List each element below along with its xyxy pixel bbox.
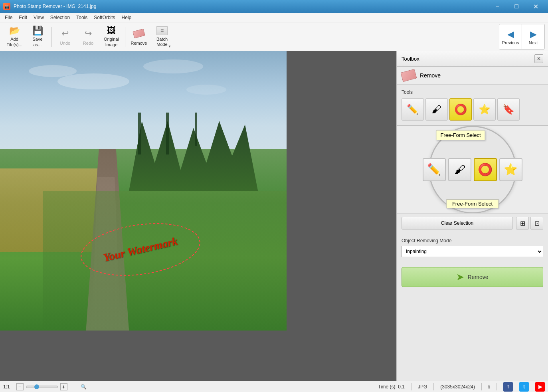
toolbox-title: Toolbox	[402, 56, 419, 62]
menu-selection[interactable]: Selection	[47, 13, 73, 22]
info-icon-area[interactable]: ℹ	[488, 384, 490, 390]
toolbar: 📂 AddFile(s)... 💾 Saveas... ↩ Undo ↪ Red…	[0, 22, 548, 51]
select-icon-2[interactable]: ⊡	[530, 217, 543, 230]
smart-brush-icon: 🖌	[432, 104, 441, 115]
next-button[interactable]: ▶ Next	[522, 24, 544, 49]
freeform-icon: ⭕	[454, 103, 467, 116]
menu-bar: File Edit View Selection Tools SoftOrbit…	[0, 13, 548, 22]
format-label: JPG	[418, 384, 427, 390]
tools-section: Tools ✏️ 🖌 ⭕ Free-Form Select	[397, 85, 548, 126]
landscape-image: Your Watermark	[0, 51, 287, 331]
add-files-button[interactable]: 📂 AddFile(s)...	[3, 24, 26, 49]
batch-mode-icon: ≡	[156, 26, 168, 36]
original-image-button[interactable]: 🖼 OriginalImage	[100, 24, 123, 49]
remove-action-button[interactable]: ➤ Remove	[402, 267, 543, 287]
stamp-icon: 🔖	[502, 104, 514, 115]
save-as-button[interactable]: 💾 Saveas...	[26, 24, 49, 49]
original-image-icon: 🖼	[105, 26, 118, 36]
mag-pencil-tool: ✏️	[423, 158, 446, 181]
youtube-button[interactable]: ▶	[535, 382, 545, 392]
zoom-out-button[interactable]: −	[16, 383, 24, 390]
freeform-tool-button[interactable]: ⭕ Free-Form Select	[449, 98, 472, 121]
select-icon-1[interactable]: ⊞	[516, 217, 529, 230]
image-area[interactable]: Your Watermark	[0, 51, 396, 381]
status-sep-1	[74, 383, 74, 390]
minimize-button[interactable]: −	[488, 0, 506, 13]
batch-dropdown-arrow: ▼	[168, 45, 171, 48]
add-files-label: AddFile(s)...	[6, 37, 22, 47]
info-icon: ℹ	[488, 384, 490, 390]
undo-button[interactable]: ↩ Undo	[54, 24, 76, 49]
nav-buttons: ◀ Previous ▶ Next	[499, 24, 545, 49]
add-files-icon: 📂	[8, 26, 21, 36]
mag-magic-tool: ⭐	[499, 158, 522, 181]
twitter-button[interactable]: t	[519, 382, 529, 392]
clear-selection-button[interactable]: Clear Selection	[402, 217, 513, 230]
menu-view[interactable]: View	[30, 13, 47, 22]
status-sep-3	[433, 383, 434, 390]
freeform-tooltip: Free-Form Select	[436, 130, 485, 140]
remove-arrow-icon: ➤	[456, 271, 464, 283]
undo-label: Undo	[60, 41, 70, 46]
redo-icon: ↪	[82, 27, 95, 40]
original-image-label: OriginalImage	[104, 37, 119, 47]
magic-wand-icon: ⭐	[479, 104, 491, 115]
status-sep-5	[497, 383, 497, 390]
close-button[interactable]: ✕	[526, 0, 545, 13]
menu-file[interactable]: File	[2, 13, 16, 22]
remove-button[interactable]: Remove	[128, 24, 150, 49]
previous-button[interactable]: ◀ Previous	[499, 24, 522, 49]
menu-softorbits[interactable]: SoftOrbits	[91, 13, 118, 22]
zoom-level: 1:1	[3, 384, 10, 390]
dimensions-label: (3035x3024x24)	[440, 384, 475, 390]
toolbar-separator-2	[125, 27, 125, 47]
zoom-track[interactable]	[26, 386, 58, 388]
selection-buttons-row: Clear Selection ⊞ ⊡	[397, 214, 548, 233]
zoom-slider-area[interactable]: − +	[16, 383, 67, 390]
title-bar-title: Photo Stamp Remover - IMG_2141.jpg	[14, 4, 96, 9]
tools-label: Tools	[402, 89, 543, 95]
maximize-button[interactable]: □	[507, 0, 526, 13]
redo-button[interactable]: ↪ Redo	[77, 24, 99, 49]
title-bar-controls[interactable]: − □ ✕	[488, 0, 545, 13]
batch-mode-label: BatchMode	[156, 37, 168, 47]
tree-trunk-1	[138, 113, 141, 154]
pencil-tool-button[interactable]: ✏️	[402, 98, 424, 121]
status-fit-btn[interactable]: 🔍	[81, 384, 87, 390]
tree-trunk-3	[195, 113, 197, 146]
magic-wand-tool-button[interactable]: ⭐	[473, 98, 496, 121]
select-invert-icon: ⊡	[534, 220, 540, 227]
cloud-2	[57, 73, 129, 89]
facebook-button[interactable]: f	[503, 382, 513, 392]
menu-help[interactable]: Help	[119, 13, 135, 22]
previous-icon: ◀	[507, 29, 514, 40]
freeform-select-tooltip: Free-Form Select	[446, 199, 499, 208]
zoom-in-button[interactable]: +	[60, 383, 67, 390]
tools-grid: ✏️ 🖌 ⭕ Free-Form Select ⭐	[402, 98, 543, 121]
next-icon: ▶	[530, 29, 537, 40]
fit-icon: 🔍	[81, 384, 87, 390]
toolbox-close-button[interactable]: ✕	[534, 54, 543, 63]
redo-label: Redo	[83, 41, 93, 46]
remove-eraser-icon	[401, 69, 417, 82]
zoom-thumb[interactable]	[34, 384, 39, 389]
save-as-label: Saveas...	[32, 37, 42, 47]
zoom-control: 1:1	[3, 384, 10, 390]
smart-brush-tool-button[interactable]: 🖌	[425, 98, 448, 121]
batch-mode-button[interactable]: ≡ BatchMode ▼	[151, 24, 173, 49]
removing-mode-select[interactable]: Inpainting Content-Aware Smear	[402, 246, 543, 257]
dimensions-status: (3035x3024x24)	[440, 384, 475, 390]
main-content: Your Watermark Toolbox ✕ Remove Tools ✏️	[0, 51, 548, 381]
remove-label: Remove	[131, 41, 147, 46]
mag-brush-tool: 🖌	[448, 158, 471, 181]
cloud-4	[186, 85, 226, 95]
tree-trunk-2	[166, 113, 169, 154]
remove-section-header: Remove	[397, 67, 548, 85]
menu-edit[interactable]: Edit	[16, 13, 30, 22]
remove-btn-section: ➤ Remove	[397, 262, 548, 292]
undo-icon: ↩	[59, 27, 71, 40]
remove-title: Remove	[420, 72, 441, 79]
menu-tools[interactable]: Tools	[73, 13, 91, 22]
next-label: Next	[529, 40, 538, 45]
stamp-tool-button[interactable]: 🔖	[497, 98, 520, 121]
